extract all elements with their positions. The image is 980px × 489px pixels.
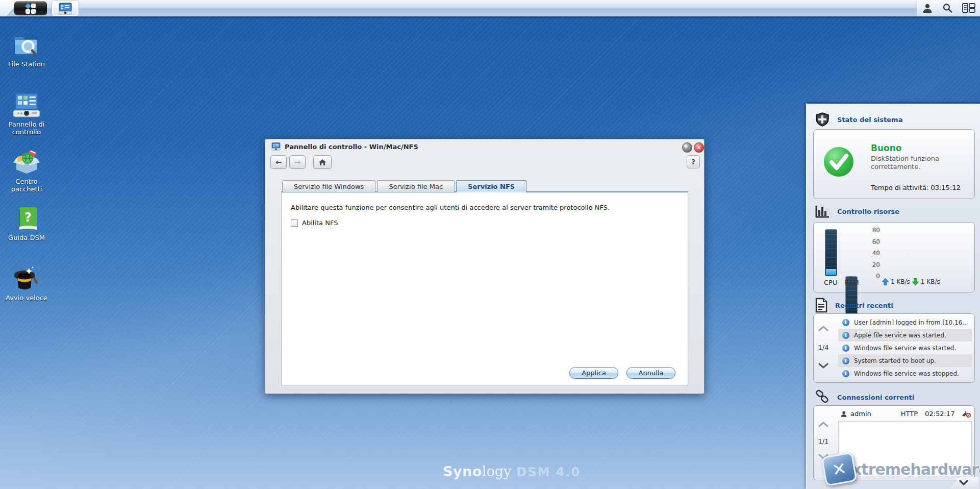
log-text: Windows file service was started. bbox=[854, 345, 956, 352]
connection-row[interactable]: admin HTTP 02:52:17 bbox=[840, 410, 971, 418]
cpu-label: CPU bbox=[824, 279, 837, 286]
pilot-view-icon[interactable] bbox=[962, 3, 975, 14]
connections-pager: 1/1 bbox=[815, 437, 832, 445]
bar-chart-icon bbox=[815, 205, 830, 218]
apply-label: Applica bbox=[582, 369, 606, 377]
desktop-icon-package-center[interactable]: Centro pacchetti bbox=[0, 148, 53, 193]
window-titlebar-icon bbox=[271, 142, 281, 151]
minimize-button[interactable] bbox=[682, 142, 692, 153]
status-value: Buono bbox=[871, 143, 952, 153]
quick-start-icon bbox=[0, 264, 53, 292]
tab-servizio-file-mac[interactable]: Servizio file Mac bbox=[377, 180, 455, 192]
document-icon bbox=[815, 298, 828, 313]
brand-light: logy bbox=[482, 463, 511, 479]
connection-protocol: HTTP bbox=[901, 410, 918, 418]
minimize-glyph bbox=[684, 144, 688, 148]
user-silhouette-icon bbox=[840, 410, 847, 418]
system-health-sidebar: Stato del sistema Buono DiskStation funz… bbox=[806, 103, 980, 489]
back-arrow-icon: ← bbox=[275, 158, 282, 167]
tab-servizio-nfs[interactable]: Servizio NFS bbox=[456, 180, 526, 192]
link-chain-icon bbox=[815, 389, 830, 405]
dsm-help-icon: ? bbox=[0, 204, 53, 232]
desktop-icon-label: Pannello di controllo bbox=[0, 120, 53, 136]
desktop-icon-control-panel[interactable]: Pannello di controllo bbox=[0, 91, 53, 136]
desktop-icon-label: File Station bbox=[0, 60, 53, 68]
control-panel-desktop-icon bbox=[0, 91, 53, 118]
site-watermark: ✕ xtremehardware.it bbox=[823, 454, 980, 484]
window-titlebar[interactable]: Pannello di controllo - Win/Mac/NFS bbox=[265, 139, 704, 154]
main-menu-grid-icon bbox=[24, 3, 37, 14]
log-text: Apple file service was started. bbox=[854, 332, 946, 339]
taskbar-item-control-panel[interactable] bbox=[52, 1, 79, 16]
log-row[interactable]: i Apple file service was started. bbox=[838, 329, 972, 341]
logs-page-up[interactable] bbox=[818, 325, 829, 331]
forward-button[interactable]: → bbox=[289, 155, 306, 169]
cancel-button[interactable]: Annulla bbox=[626, 367, 675, 379]
enable-nfs-checkbox[interactable] bbox=[291, 219, 298, 227]
status-good-icon bbox=[823, 146, 855, 178]
info-icon: i bbox=[842, 370, 849, 377]
log-text: System started to boot up. bbox=[854, 357, 936, 364]
connections-page-up[interactable] bbox=[818, 421, 829, 427]
log-row[interactable]: i User [admin] logged in from [10.16... bbox=[838, 316, 972, 329]
desktop-icon-quick-start[interactable]: Avvio veloce bbox=[0, 264, 53, 302]
desktop-icon-file-station[interactable]: File Station bbox=[0, 31, 53, 68]
disconnect-icon[interactable] bbox=[962, 410, 971, 418]
log-row[interactable]: i System started to boot up. bbox=[838, 354, 972, 367]
uptime-text: Tempo di attività: 03:15:12 bbox=[871, 184, 961, 191]
system-status-header: Stato del sistema bbox=[815, 112, 902, 127]
desktop-icon-dsm-help[interactable]: ? Guida DSM bbox=[0, 204, 53, 241]
desktop-icon-label: Avvio veloce bbox=[0, 294, 53, 302]
connections-header: Connessioni correnti bbox=[815, 389, 914, 405]
window-toolbar: ← → bbox=[270, 155, 699, 172]
user-icon[interactable] bbox=[922, 3, 933, 14]
status-message: DiskStation funziona correttamente. bbox=[871, 155, 952, 171]
tab-label: Servizio NFS bbox=[468, 183, 515, 190]
forward-arrow-icon: → bbox=[294, 158, 301, 167]
control-panel-icon bbox=[59, 3, 72, 15]
synology-dsm-watermark: Synology DSM 4.0 bbox=[443, 463, 581, 479]
log-row[interactable]: i Windows file service was started. bbox=[838, 341, 972, 354]
log-row[interactable]: i Windows file service was stopped. bbox=[838, 367, 972, 380]
apply-button[interactable]: Applica bbox=[569, 367, 618, 379]
tab-label: Servizio file Mac bbox=[389, 183, 443, 190]
tab-label: Servizio file Windows bbox=[294, 183, 364, 190]
home-button[interactable] bbox=[313, 155, 332, 169]
log-text: Windows file service was stopped. bbox=[854, 370, 959, 377]
shield-icon bbox=[815, 112, 830, 127]
main-menu-button[interactable] bbox=[14, 2, 47, 15]
close-icon: ✕ bbox=[696, 144, 701, 151]
connection-user: admin bbox=[850, 410, 871, 418]
taskbar-right-tray bbox=[917, 0, 980, 16]
desktop-icon-label: Centro pacchetti bbox=[0, 178, 53, 193]
logs-page-down[interactable] bbox=[818, 363, 829, 369]
desktop-icon-label: Guida DSM bbox=[0, 234, 53, 241]
tab-servizio-file-windows[interactable]: Servizio file Windows bbox=[282, 180, 375, 192]
info-icon: i bbox=[842, 357, 849, 364]
tab-bar: Servizio file Windows Servizio file Mac … bbox=[282, 180, 526, 192]
download-arrow-icon bbox=[912, 278, 919, 285]
search-icon[interactable] bbox=[942, 3, 953, 14]
resource-monitor-header: Controllo risorse bbox=[815, 205, 899, 218]
upload-rate: 1 KB/s bbox=[891, 278, 910, 285]
brand-bold: Syno bbox=[443, 463, 482, 479]
info-icon: i bbox=[842, 345, 849, 352]
close-button[interactable]: ✕ bbox=[694, 142, 704, 153]
recent-logs-box: 1/4 i User [admin] logged in from [10.16… bbox=[813, 313, 975, 383]
help-icon: ? bbox=[691, 158, 695, 166]
section-title: Connessioni correnti bbox=[837, 394, 914, 401]
package-center-icon bbox=[0, 148, 53, 176]
network-legend: 1 KB/s 1 KB/s bbox=[882, 278, 940, 285]
section-title: Controllo risorse bbox=[837, 208, 899, 215]
help-button[interactable]: ? bbox=[687, 155, 700, 168]
site-logo-icon: ✕ bbox=[821, 452, 857, 486]
site-watermark-text: xtremehardware.it bbox=[852, 460, 980, 478]
back-button[interactable]: ← bbox=[270, 155, 287, 169]
enable-nfs-label: Abilita NFS bbox=[302, 219, 338, 227]
tab-content-panel: Abilitare questa funzione per consentire… bbox=[281, 191, 688, 385]
network-chart-yticks: 806040200 bbox=[867, 228, 880, 285]
svg-text:?: ? bbox=[24, 210, 32, 225]
taskbar bbox=[0, 0, 980, 17]
window-title: Pannello di controllo - Win/Mac/NFS bbox=[285, 143, 418, 151]
recent-logs-header: Registri recenti bbox=[815, 298, 893, 313]
